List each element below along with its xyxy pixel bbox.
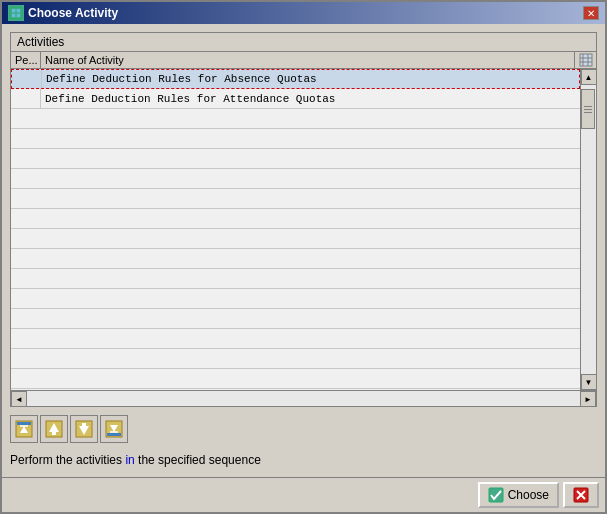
scroll-track-v[interactable]: [581, 85, 597, 374]
status-text-before: Perform the activities: [10, 453, 125, 467]
empty-row: [11, 369, 580, 389]
empty-row: [11, 249, 580, 269]
cancel-icon: [573, 487, 589, 503]
toolbar: [10, 413, 597, 445]
empty-row: [11, 329, 580, 349]
scroll-left-button[interactable]: ◄: [11, 391, 27, 406]
svg-rect-18: [82, 423, 86, 426]
table-header: Pe... Name of Activity: [11, 52, 596, 69]
table-scroll-area: Define Deduction Rules for Absence Quota…: [11, 69, 596, 390]
svg-rect-15: [52, 432, 56, 435]
group-title: Activities: [11, 33, 596, 52]
main-window: Choose Activity ✕ Activities Pe... Name …: [0, 0, 607, 514]
cell-name-1: Define Deduction Rules for Absence Quota…: [42, 71, 579, 87]
move-top-button[interactable]: [10, 415, 38, 443]
bottom-bar: Choose: [2, 477, 605, 512]
move-bottom-button[interactable]: [100, 415, 128, 443]
empty-row: [11, 309, 580, 329]
empty-row: [11, 229, 580, 249]
svg-rect-10: [17, 422, 31, 425]
grip-line: [584, 112, 592, 113]
empty-row: [11, 289, 580, 309]
choose-label: Choose: [508, 488, 549, 502]
choose-icon: [488, 487, 504, 503]
column-settings-icon[interactable]: [574, 52, 596, 68]
status-highlighted-word: in: [125, 453, 134, 467]
empty-row: [11, 349, 580, 369]
empty-row: [11, 189, 580, 209]
cell-name-2: Define Deduction Rules for Attendance Qu…: [41, 91, 580, 107]
scroll-up-button[interactable]: ▲: [581, 69, 597, 85]
cell-pe-1: [12, 70, 42, 88]
scroll-thumb-v[interactable]: [581, 89, 595, 129]
close-button[interactable]: ✕: [583, 6, 599, 20]
table-rows: Define Deduction Rules for Absence Quota…: [11, 69, 580, 390]
empty-row: [11, 149, 580, 169]
empty-row: [11, 129, 580, 149]
svg-rect-4: [580, 54, 592, 66]
scroll-track-h[interactable]: [27, 391, 580, 406]
window-title: Choose Activity: [28, 6, 118, 20]
window-icon: [8, 5, 24, 21]
move-up-button[interactable]: [40, 415, 68, 443]
empty-row: [11, 109, 580, 129]
horizontal-scrollbar: ◄ ►: [11, 390, 596, 406]
col-name-header: Name of Activity: [41, 52, 574, 68]
table-container: Pe... Name of Activity: [11, 52, 596, 406]
empty-row: [11, 169, 580, 189]
cell-pe-2: [11, 89, 41, 108]
scroll-right-button[interactable]: ►: [580, 391, 596, 406]
grip-line: [584, 109, 592, 110]
vertical-scrollbar: ▲ ▼: [580, 69, 596, 390]
title-bar-left: Choose Activity: [8, 5, 118, 21]
window-body: Activities Pe... Name of Activity: [2, 24, 605, 477]
cancel-button[interactable]: [563, 482, 599, 508]
grip-line: [584, 106, 592, 107]
table-row[interactable]: Define Deduction Rules for Attendance Qu…: [11, 89, 580, 109]
move-down-button[interactable]: [70, 415, 98, 443]
scroll-grip: [582, 90, 594, 128]
status-text: Perform the activities in the specified …: [10, 451, 597, 469]
scroll-down-button[interactable]: ▼: [581, 374, 597, 390]
status-text-after: the specified sequence: [135, 453, 261, 467]
title-bar: Choose Activity ✕: [2, 2, 605, 24]
table-row[interactable]: Define Deduction Rules for Absence Quota…: [11, 69, 580, 89]
activities-group: Activities Pe... Name of Activity: [10, 32, 597, 407]
empty-row: [11, 269, 580, 289]
choose-button[interactable]: Choose: [478, 482, 559, 508]
empty-row: [11, 209, 580, 229]
svg-rect-20: [107, 433, 121, 436]
col-pe-header: Pe...: [11, 52, 41, 68]
